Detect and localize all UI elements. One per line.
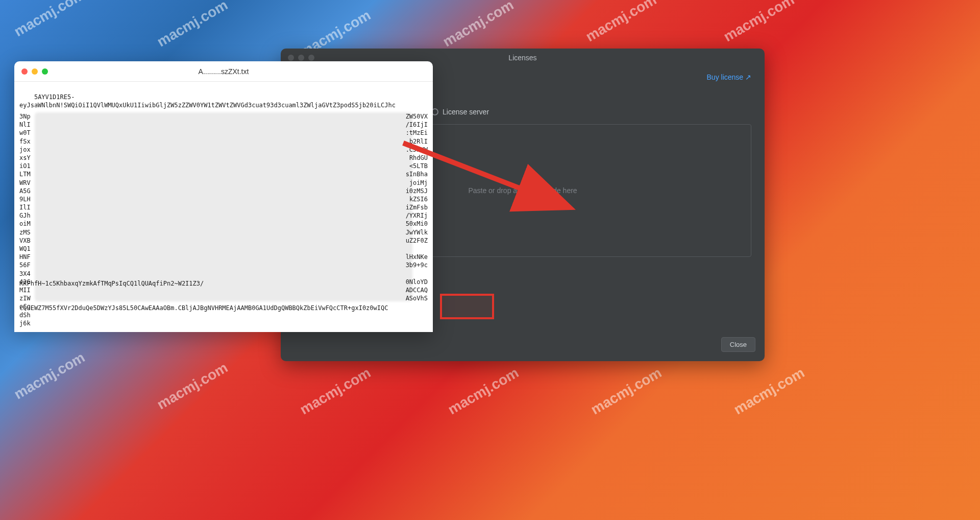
watermark: macmj.com	[588, 365, 664, 418]
close-button[interactable]: Close	[721, 337, 755, 352]
close-icon[interactable]	[21, 68, 28, 75]
watermark: macmj.com	[154, 0, 230, 50]
minimize-dot[interactable]	[298, 55, 304, 61]
radio-license-server[interactable]: License server	[431, 108, 489, 116]
text-editor-window: A.........szZXt.txt 5AYV1D1RE5- eyJsaWNl…	[14, 61, 433, 332]
watermark: macmj.com	[721, 0, 797, 45]
watermark: macmj.com	[297, 365, 373, 418]
watermark: macmj.com	[11, 349, 87, 403]
text-window-title: A.........szZXt.txt	[14, 67, 433, 76]
minimize-icon[interactable]	[32, 68, 38, 75]
text-body[interactable]: 5AYV1D1RE5- eyJsaWNlbnN!SWQiOiI1QVlWMUQx…	[14, 82, 433, 332]
watermark: macmj.com	[154, 360, 230, 413]
radio-server-label: License server	[443, 108, 489, 116]
watermark: macmj.com	[731, 365, 807, 418]
traffic-lights-inactive	[288, 55, 314, 61]
footer-row: Close	[281, 331, 765, 361]
activation-code-placeholder: Paste or drop activation code here	[468, 186, 577, 195]
close-dot[interactable]	[288, 55, 294, 61]
buy-license-link[interactable]: Buy license ↗	[707, 73, 751, 81]
maximize-dot[interactable]	[308, 55, 314, 61]
license-title: Licenses	[508, 54, 536, 62]
watermark: macmj.com	[11, 0, 87, 40]
license-text-end2: cQuEWZ7M55fXVr2DduQe5DWzYJs85L50CAwEAAaO…	[19, 304, 428, 312]
text-titlebar[interactable]: A.........szZXt.txt	[14, 61, 433, 82]
watermark: macmj.com	[440, 0, 516, 50]
watermark: macmj.com	[583, 0, 659, 45]
license-text-end1: KKFhfH~1c5KhbaxqYzmkAfTMqPsIqCQ1lQUAqfiP…	[19, 279, 428, 288]
watermark: macmj.com	[445, 365, 521, 418]
traffic-lights	[21, 68, 48, 75]
maximize-icon[interactable]	[42, 68, 48, 75]
license-text-start: 5AYV1D1RE5- eyJsaWNlbnN!SWQiOiI1QVlWMUQx…	[19, 93, 396, 109]
